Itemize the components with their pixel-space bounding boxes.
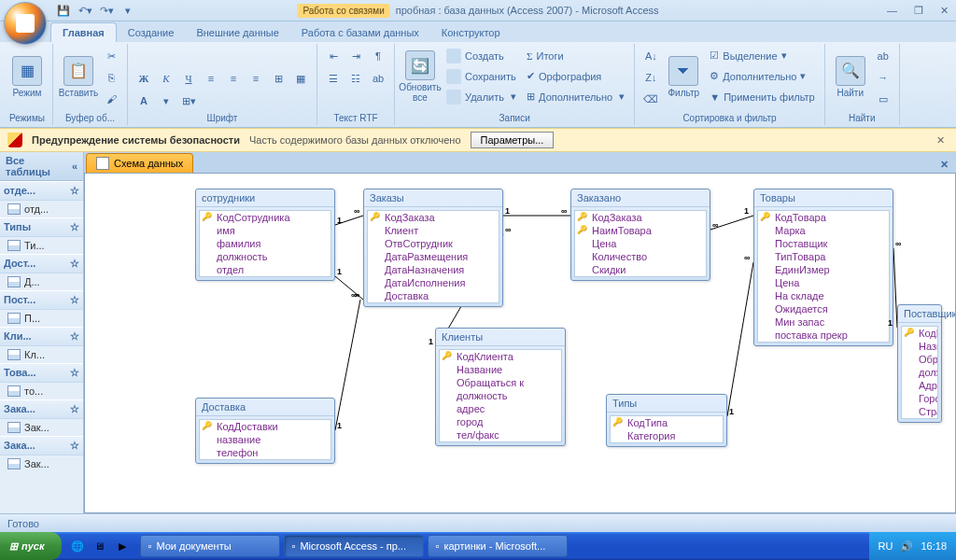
align-center-button[interactable]: ≡ [223, 68, 244, 89]
clear-sort-button[interactable]: ⌫ [640, 89, 661, 109]
ltr-button[interactable]: ¶ [368, 46, 388, 66]
table-field[interactable]: ДатаИсполнения [368, 276, 499, 289]
font-size-selector[interactable] [219, 46, 257, 66]
nav-table-item[interactable]: отд... [0, 201, 83, 217]
table-field[interactable]: КодЗаказа [368, 211, 499, 224]
table-field[interactable]: Мин запас [758, 315, 889, 329]
table-field[interactable]: НаимТовара [575, 224, 706, 237]
delete-record-button[interactable]: Удалить ▾ [443, 87, 520, 106]
table-field[interactable]: КодПоставщика [902, 327, 937, 340]
goto-button[interactable]: → [873, 67, 893, 88]
font-color-button[interactable]: A [134, 91, 154, 111]
restore-button[interactable]: ❐ [910, 5, 927, 17]
font-selector[interactable] [134, 46, 218, 66]
table-field[interactable]: Адрес [902, 379, 937, 392]
office-button[interactable] [4, 2, 47, 45]
redo-icon[interactable]: ↷▾ [97, 1, 116, 20]
taskbar-app-button[interactable]: ▫Microsoft Access - пр... [284, 535, 424, 557]
fill-button[interactable]: ▦ [290, 68, 311, 89]
nav-table-item[interactable]: Зак... [0, 419, 83, 436]
selection-filter-button[interactable]: ☑Выделение▾ [706, 46, 818, 65]
gridlines-button[interactable]: ⊞ [268, 68, 288, 89]
table-field[interactable]: КодКлиента [440, 350, 561, 363]
table-field[interactable]: телефон [200, 446, 330, 459]
alt-fill-button[interactable]: ⊞▾ [178, 91, 199, 111]
italic-button[interactable]: К [156, 68, 176, 89]
table-field[interactable]: ТипТовара [758, 250, 889, 263]
highlight-rtf-button[interactable]: ab [368, 68, 388, 89]
cut-button[interactable]: ✂ [101, 46, 121, 66]
taskbar-app-button[interactable]: ▫картинки - Microsoft... [428, 535, 568, 557]
ql-media-icon[interactable]: ▶ [112, 536, 133, 556]
align-left-button[interactable]: ≡ [201, 68, 221, 89]
tab-database-tools[interactable]: Работа с базами данных [290, 23, 430, 42]
sort-asc-button[interactable]: A↓ [640, 46, 661, 66]
table-window-zakazy[interactable]: ЗаказыКодЗаказаКлиентОтвСотрудникДатаРаз… [363, 189, 503, 307]
close-button[interactable]: ✕ [936, 5, 952, 17]
table-field[interactable]: Скидки [575, 263, 706, 276]
nav-table-item[interactable]: Ти... [0, 237, 83, 254]
tab-designer[interactable]: Конструктор [430, 23, 512, 42]
tab-create[interactable]: Создание [117, 23, 186, 42]
nav-group-header[interactable]: отде...☆ [0, 181, 83, 201]
security-close-button[interactable]: ✕ [933, 134, 949, 147]
table-window-postavshiki[interactable]: ПоставщикиКодПоставщикаНазваниеОбращатьс… [897, 304, 942, 423]
undo-icon[interactable]: ↶▾ [76, 1, 94, 20]
table-field[interactable]: Цена [575, 237, 706, 250]
table-field[interactable]: имя [200, 224, 330, 237]
advanced-filter-button[interactable]: ⚙Дополнительно▾ [706, 66, 818, 86]
table-field[interactable]: Обращаться к [902, 353, 937, 366]
tab-external-data[interactable]: Внешние данные [185, 23, 289, 42]
relationships-tab[interactable]: Схема данных [86, 153, 193, 173]
table-window-sotrudniki[interactable]: сотрудникиКодСотрудникаимяфамилиядолжнос… [195, 189, 335, 281]
nav-table-item[interactable]: Кл... [0, 346, 83, 363]
security-options-button[interactable]: Параметры... [471, 132, 555, 148]
format-painter-button[interactable]: 🖌 [101, 89, 121, 109]
table-field[interactable]: город [440, 415, 561, 428]
table-field[interactable]: должность [200, 250, 330, 263]
nav-group-header[interactable]: Кли...☆ [0, 327, 83, 346]
table-field[interactable]: Город [902, 392, 937, 405]
toggle-filter-button[interactable]: ▼Применить фильтр [706, 87, 818, 106]
totals-button[interactable]: ΣИтоги [523, 46, 628, 65]
nav-group-header[interactable]: Зака...☆ [0, 436, 83, 455]
copy-button[interactable]: ⎘ [101, 67, 121, 88]
save-icon[interactable]: 💾 [54, 1, 73, 20]
underline-button[interactable]: Ч [178, 68, 199, 89]
increase-indent-button[interactable]: ⇥ [345, 46, 366, 66]
table-field[interactable]: КодТовара [758, 211, 889, 224]
replace-button[interactable]: ab [873, 46, 893, 66]
find-button[interactable]: 🔍 Найти [831, 46, 870, 107]
nav-table-item[interactable]: П... [0, 310, 83, 327]
table-field[interactable]: Категория [611, 429, 723, 442]
nav-group-header[interactable]: Това...☆ [0, 363, 83, 383]
clock[interactable]: 16:18 [921, 540, 947, 552]
table-field[interactable]: ДатаРазмещения [368, 250, 499, 263]
nav-group-header[interactable]: Дост...☆ [0, 254, 83, 273]
nav-group-header[interactable]: Типы☆ [0, 217, 83, 237]
table-window-tovary[interactable]: ТоварыКодТовараМаркаПоставщикТипТовараЕд… [753, 189, 893, 346]
table-field[interactable]: Марка [758, 224, 889, 237]
new-record-button[interactable]: Создать [443, 46, 520, 65]
minimize-button[interactable]: — [883, 5, 901, 17]
table-field[interactable]: Клиент [368, 224, 499, 237]
table-field[interactable]: Цена [758, 276, 889, 289]
table-field[interactable]: На складе [758, 289, 889, 302]
document-close-button[interactable]: ✕ [933, 157, 956, 173]
table-field[interactable]: КодСотрудника [200, 211, 330, 224]
view-mode-button[interactable]: ▦ Режим [7, 46, 47, 107]
table-window-dostavka[interactable]: ДоставкаКодДоставкиназваниетелефон [195, 398, 335, 464]
table-field[interactable]: Название [902, 340, 937, 353]
save-record-button[interactable]: Сохранить [443, 66, 520, 86]
table-field[interactable]: Поставщик [758, 237, 889, 250]
more-records-button[interactable]: ⊞Дополнительно ▾ [523, 87, 628, 106]
table-field[interactable]: должность [902, 366, 937, 379]
table-field[interactable]: ЕдинИзмер [758, 263, 889, 276]
table-field[interactable]: ДатаНазначения [368, 263, 499, 276]
table-field[interactable]: тел/факс [440, 428, 561, 441]
nav-pane-header[interactable]: Все таблицы« [0, 152, 83, 181]
table-field[interactable]: отдел [200, 263, 330, 276]
table-field[interactable]: фамилия [200, 237, 330, 250]
table-field[interactable]: должность [440, 389, 561, 402]
tab-home[interactable]: Главная [50, 22, 117, 42]
